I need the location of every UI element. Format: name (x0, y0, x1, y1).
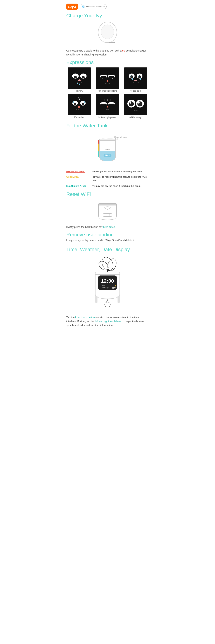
area-item-excessive: Excessive Area: Ivy will get too much wa… (66, 170, 149, 173)
expression-thirsty: Thirsty. (66, 68, 93, 92)
svg-point-52 (138, 102, 140, 104)
svg-point-11 (78, 80, 81, 81)
ivy-device-charging-svg (93, 21, 122, 46)
svg-rect-41 (101, 104, 106, 105)
expression-too-hot: It's too hot. (66, 94, 93, 118)
svg-text:57mL: 57mL (105, 154, 110, 157)
svg-point-20 (112, 78, 113, 79)
smart-life-badge: works with Smart Life (80, 4, 107, 9)
area-item-insufficient: Insufficient Area: Ivy may get dry too s… (66, 184, 149, 188)
expression-face-no-sunlight (96, 68, 119, 89)
remove-binding-title: Remove user binding. (66, 232, 149, 238)
area-desc-insufficient: Ivy may get dry too soon if reaching thi… (92, 184, 140, 188)
area-desc-good: Fill water to reach within this area to … (92, 175, 149, 182)
charge-title: Charge Your Ivy (66, 13, 149, 18)
svg-line-31 (79, 97, 80, 100)
expression-face-too-hot (68, 94, 91, 116)
expression-no-sunlight: Not enough sunlight. (94, 68, 121, 92)
expression-label-too-cold: It's too cold. (130, 90, 141, 92)
svg-rect-3 (106, 42, 109, 43)
area-item-good: Good Area: Fill water to reach within th… (66, 175, 149, 182)
tuya-logo-text: tuya (68, 4, 76, 9)
svg-rect-17 (109, 76, 114, 78)
svg-text:Please add water to about: Please add water to about (114, 136, 127, 138)
svg-point-19 (102, 78, 102, 79)
remove-binding-section: Remove user binding. Long press your Ivy… (66, 232, 149, 242)
expression-label-no-power: Not enough power. (99, 116, 117, 118)
svg-rect-78 (95, 296, 97, 303)
header: tuya works with Smart Life (66, 4, 149, 10)
time-display-svg: 12:00 TUE 20th-Sept. (84, 255, 131, 312)
expressions-section: Expressions (66, 60, 149, 118)
expressions-grid: Thirsty. (66, 68, 149, 118)
svg-point-66 (107, 209, 108, 210)
svg-point-50 (137, 102, 142, 106)
svg-rect-79 (118, 296, 120, 303)
water-tank-title: Fill the Water Tank (66, 123, 149, 128)
svg-point-5 (114, 42, 115, 43)
area-label-good: Good Area: (66, 175, 90, 179)
charge-section: Charge Your Ivy Connect a type-c cable t… (66, 13, 149, 57)
expression-face-too-cold (124, 68, 147, 89)
svg-rect-16 (101, 76, 106, 78)
smart-life-label: works with Smart Life (86, 6, 105, 8)
svg-point-35 (82, 103, 84, 105)
svg-point-65 (109, 214, 111, 216)
svg-point-25 (132, 78, 133, 80)
svg-marker-18 (107, 80, 108, 82)
water-tank-illustration: Please add water to about 40mL Good 57mL (66, 131, 149, 166)
svg-point-28 (130, 76, 132, 76)
svg-rect-58 (98, 144, 99, 151)
svg-point-12 (77, 83, 78, 84)
area-label-excessive: Excessive Area: (66, 170, 90, 173)
reset-wifi-title: Reset WiFi (66, 192, 149, 197)
svg-text:Good: Good (105, 148, 110, 150)
expression-label-too-hot: It's too hot. (74, 116, 85, 118)
expression-face-no-power (96, 94, 119, 116)
svg-line-30 (78, 98, 79, 100)
reset-wifi-illustration (66, 199, 149, 222)
svg-point-29 (138, 76, 140, 76)
expressions-title: Expressions (66, 60, 149, 65)
area-label-insufficient: Insufficient Area: (66, 184, 90, 188)
water-tank-svg: Please add water to about 40mL Good 57mL (88, 131, 127, 166)
expression-label-lonely: A little lonely. (129, 116, 142, 118)
svg-point-36 (73, 102, 74, 103)
expression-lonely: A little lonely. (122, 94, 149, 118)
svg-point-37 (84, 102, 85, 103)
time-section-title: Time, Weather, Date Display (66, 247, 149, 252)
reset-wifi-description: Swiftly press the back button for three … (66, 225, 149, 229)
svg-point-77 (112, 286, 115, 289)
svg-point-49 (129, 102, 134, 106)
svg-point-80 (105, 302, 110, 307)
svg-point-69 (97, 260, 110, 272)
svg-text:20th-Sept.: 20th-Sept. (101, 286, 109, 288)
svg-rect-59 (98, 151, 99, 157)
svg-point-34 (74, 103, 76, 105)
tuya-logo: tuya (66, 4, 78, 10)
svg-point-9 (74, 76, 77, 78)
svg-point-27 (134, 80, 137, 82)
charge-illustration (66, 21, 149, 46)
expression-face-lonely (124, 94, 147, 116)
expression-no-power: Not enough power. (94, 94, 121, 118)
svg-text:12:00: 12:00 (101, 278, 114, 284)
expression-too-cold: It's too cold. (122, 68, 149, 92)
charge-description: Connect a type-c cable to the charging p… (66, 49, 149, 57)
expression-face-thirsty (68, 68, 91, 89)
time-section: Time, Weather, Date Display 12:00 TUE 20… (66, 247, 149, 327)
expression-label-thirsty: Thirsty. (76, 90, 83, 92)
svg-rect-42 (109, 104, 114, 105)
svg-point-38 (78, 106, 80, 108)
svg-point-13 (79, 84, 80, 85)
svg-text:TUE: TUE (101, 284, 105, 286)
time-description: Tap the front touch button to switch the… (66, 316, 149, 327)
reset-wifi-svg (93, 199, 122, 222)
svg-rect-71 (95, 272, 120, 274)
expression-label-no-sunlight: Not enough sunlight. (98, 90, 117, 92)
area-desc-excessive: Ivy will get too much water if reaching … (92, 170, 143, 173)
svg-point-68 (106, 258, 118, 272)
reset-wifi-section: Reset WiFi Swiftly press the back button… (66, 192, 149, 229)
svg-point-10 (82, 76, 85, 78)
svg-point-43 (107, 106, 108, 108)
